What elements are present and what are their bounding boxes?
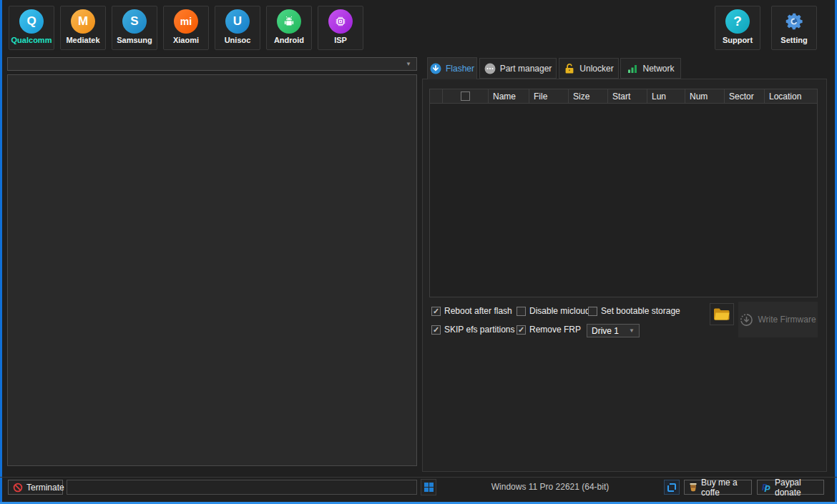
coffee-cup-icon: [689, 483, 698, 492]
tab-part-manager[interactable]: Part manager: [479, 58, 557, 79]
partition-table-header: Name File Size Start Lun Num Sector Loca…: [430, 89, 817, 104]
tab-label: Network: [642, 64, 674, 74]
option-set-bootable-storage[interactable]: Set bootable storage: [588, 306, 680, 316]
android-robot-icon: [277, 9, 301, 34]
tab-network[interactable]: Network: [620, 58, 681, 79]
question-mark-icon: ?: [725, 9, 750, 34]
partition-table: Name File Size Start Lun Num Sector Loca…: [429, 89, 818, 297]
option-disable-micloud[interactable]: Disable micloud: [517, 306, 590, 316]
device-combobox[interactable]: ▼: [7, 57, 417, 71]
option-skip-efs-partitions[interactable]: ✓ SKIP efs partitions: [431, 325, 515, 335]
screenshot-button[interactable]: [664, 480, 680, 495]
option-label: SKIP efs partitions: [444, 325, 515, 335]
chip-icon: [328, 9, 353, 34]
select-all-column-header: [443, 89, 489, 103]
chevron-down-icon: ▼: [406, 61, 411, 67]
option-reboot-after-flash[interactable]: ✓ Reboot after flash: [431, 306, 512, 316]
windows-logo-icon: [424, 483, 434, 492]
drive-select-value: Drive 1: [592, 326, 619, 336]
drive-select[interactable]: Drive 1 ▼: [587, 324, 640, 337]
paypal-icon: P P: [762, 483, 771, 493]
tab-label: Part manager: [500, 64, 552, 74]
tab-flasher[interactable]: Flasher: [427, 57, 477, 79]
column-header-size[interactable]: Size: [569, 89, 608, 103]
tab-label: Flasher: [446, 64, 474, 74]
paypal-donate-button[interactable]: P P Paypal donate: [757, 480, 824, 495]
ellipsis-circle-icon: [484, 63, 496, 74]
option-label: Remove FRP: [529, 325, 581, 335]
brand-label: ISP: [334, 36, 347, 44]
write-firmware-button[interactable]: Write Firmware: [738, 302, 818, 337]
terminate-label: Terminate: [26, 483, 64, 493]
support-label: Support: [723, 36, 753, 44]
row-handle-column-header: [430, 89, 443, 103]
column-header-location[interactable]: Location: [765, 89, 817, 103]
snip-square-icon: [667, 483, 676, 492]
checkbox[interactable]: ✓: [517, 325, 526, 335]
brand-button-isp[interactable]: ISP: [318, 6, 363, 50]
checkbox[interactable]: ✓: [431, 307, 441, 316]
window-border-left: [0, 0, 2, 504]
progress-bar: [67, 480, 417, 495]
brand-label: Android: [274, 36, 304, 44]
tab-unlocker[interactable]: Unlocker: [559, 58, 619, 79]
brand-label: Xiaomi: [173, 36, 199, 44]
option-label: Disable micloud: [529, 306, 590, 316]
qualcomm-icon: Q: [19, 9, 44, 34]
checkbox[interactable]: [517, 307, 526, 316]
checkbox[interactable]: ✓: [431, 325, 441, 335]
prohibition-icon: [13, 483, 23, 493]
write-firmware-download-icon: [740, 313, 753, 327]
column-header-name[interactable]: Name: [489, 89, 529, 103]
column-header-sector[interactable]: Sector: [725, 89, 765, 103]
chevron-down-icon: ▼: [629, 327, 635, 334]
option-label: Reboot after flash: [444, 306, 512, 316]
app-window: Q Qualcomm M Mediatek S Samsung mi Xiaom…: [0, 0, 837, 504]
write-firmware-label: Write Firmware: [758, 315, 816, 325]
column-header-file[interactable]: File: [529, 89, 569, 103]
brand-button-samsung[interactable]: S Samsung: [112, 6, 157, 50]
option-label: Set bootable storage: [601, 306, 680, 316]
checkbox[interactable]: [588, 307, 597, 316]
xiaomi-icon: mi: [174, 9, 198, 34]
buy-coffee-button[interactable]: Buy me a coffe: [684, 480, 752, 495]
support-button[interactable]: ? Support: [715, 6, 760, 50]
brand-label: Qualcomm: [11, 36, 52, 44]
brand-label: Samsung: [117, 36, 152, 44]
brand-button-qualcomm[interactable]: Q Qualcomm: [9, 6, 54, 50]
gear-icon: [782, 9, 806, 34]
folder-icon: [713, 307, 730, 321]
option-remove-frp[interactable]: ✓ Remove FRP: [517, 325, 581, 335]
windows-button[interactable]: [421, 479, 436, 495]
column-header-lun[interactable]: Lun: [647, 89, 685, 103]
log-output-panel: [7, 74, 417, 466]
padlock-icon: [564, 63, 575, 74]
buy-coffee-label: Buy me a coffe: [701, 478, 747, 498]
brand-label: Mediatek: [66, 36, 99, 44]
paypal-donate-label: Paypal donate: [775, 478, 819, 498]
signal-bars-icon: [627, 63, 638, 74]
terminate-button[interactable]: Terminate: [8, 480, 63, 495]
brand-label: Unisoc: [225, 36, 251, 44]
column-header-start[interactable]: Start: [608, 89, 647, 103]
mediatek-icon: M: [71, 9, 95, 34]
tab-label: Unlocker: [579, 64, 613, 74]
browse-firmware-button[interactable]: [710, 303, 734, 325]
brand-button-unisoc[interactable]: U Unisoc: [215, 6, 260, 50]
select-all-checkbox[interactable]: [461, 92, 470, 101]
brand-button-android[interactable]: Android: [266, 6, 312, 50]
unisoc-icon: U: [225, 9, 250, 34]
setting-label: Setting: [780, 36, 807, 44]
os-version-text: Windows 11 Pro 22621 (64-bit): [436, 480, 664, 495]
flasher-download-icon: [430, 63, 441, 74]
setting-button[interactable]: Setting: [771, 6, 817, 50]
samsung-icon: S: [122, 9, 147, 34]
svg-text:P: P: [765, 484, 771, 493]
brand-button-mediatek[interactable]: M Mediatek: [60, 6, 106, 50]
column-header-num[interactable]: Num: [685, 89, 725, 103]
brand-button-xiaomi[interactable]: mi Xiaomi: [163, 6, 209, 50]
